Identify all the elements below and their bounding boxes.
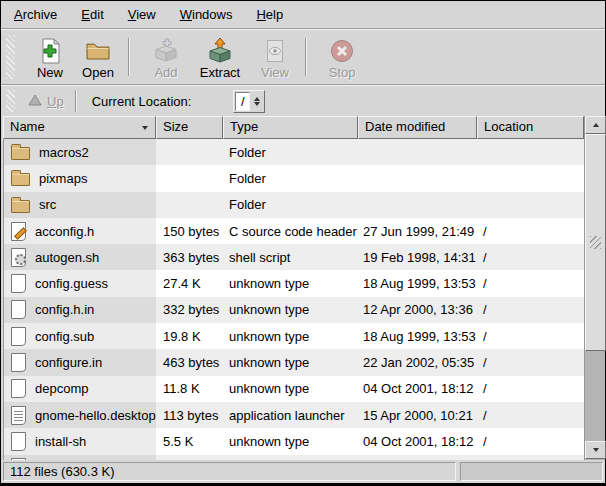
stop-button[interactable]: Stop bbox=[319, 32, 365, 82]
extract-icon bbox=[207, 37, 233, 64]
location-combo[interactable]: / bbox=[233, 90, 265, 113]
cell-type: unknown type bbox=[223, 323, 358, 349]
cell-date-modified: 27 Jun 1999, 21:49 bbox=[358, 218, 477, 244]
menu-archive[interactable]: Archive bbox=[13, 5, 58, 24]
toolbar-drag-handle[interactable] bbox=[6, 35, 15, 79]
table-row[interactable]: acconfig.h 150 bytes C source code heade… bbox=[4, 218, 584, 244]
view-file-icon bbox=[262, 37, 288, 64]
status-bar: 112 files (630.3 K) bbox=[1, 460, 605, 483]
file-table-body: macros2 Folder pixmaps Folder src Folder… bbox=[3, 139, 584, 460]
cell-location: / bbox=[477, 402, 584, 428]
folder-icon bbox=[11, 173, 30, 186]
table-row[interactable]: install-sh 5.5 K unknown type 04 Oct 200… bbox=[4, 428, 584, 454]
toolbar: New Open Add bbox=[1, 30, 605, 84]
menu-view[interactable]: View bbox=[127, 5, 157, 24]
cell-name: configure.in bbox=[4, 349, 156, 375]
cell-size: 11.8 K bbox=[156, 376, 223, 402]
cell-date-modified: 18 Aug 1999, 13:53 bbox=[358, 323, 477, 349]
table-row[interactable]: src Folder bbox=[4, 192, 584, 218]
column-header-type[interactable]: Type bbox=[223, 116, 358, 139]
up-arrow-icon bbox=[28, 94, 42, 109]
cell-name: acconfig.h bbox=[4, 218, 156, 244]
cell-date-modified: 22 Jan 2002, 05:35 bbox=[358, 349, 477, 375]
table-row[interactable]: macros2 Folder bbox=[4, 139, 584, 165]
cell-name: config.guess bbox=[4, 270, 156, 296]
file-icon bbox=[11, 300, 26, 319]
cell-name: install-sh bbox=[4, 428, 156, 454]
toolbar-separator bbox=[305, 38, 307, 76]
cell-type: unknown type bbox=[223, 270, 358, 296]
vertical-scrollbar[interactable] bbox=[584, 116, 605, 460]
locationbar-drag-handle[interactable] bbox=[6, 90, 15, 112]
cell-location: / bbox=[477, 323, 584, 349]
column-header-size[interactable]: Size bbox=[156, 116, 223, 139]
cell-location: / bbox=[477, 218, 584, 244]
file-icon bbox=[11, 432, 26, 451]
open-button[interactable]: Open bbox=[73, 32, 123, 82]
menu-windows[interactable]: Windows bbox=[179, 5, 234, 24]
cell-location: / bbox=[477, 428, 584, 454]
scroll-down-button[interactable] bbox=[585, 441, 606, 459]
sort-indicator-icon bbox=[142, 126, 148, 130]
cell-date-modified: 04 Oct 2001, 18:12 bbox=[358, 376, 477, 402]
add-files-icon bbox=[153, 37, 179, 64]
menu-bar: Archive Edit View Windows Help bbox=[1, 1, 605, 28]
chevron-down-icon bbox=[250, 97, 263, 106]
cell-type: unknown type bbox=[223, 349, 358, 375]
column-header-location[interactable]: Location bbox=[477, 116, 584, 139]
file-icon bbox=[11, 379, 26, 398]
file-icon bbox=[11, 274, 26, 293]
extract-button[interactable]: Extract bbox=[190, 32, 250, 82]
cell-location: / bbox=[477, 297, 584, 323]
cell-date-modified: 18 Aug 1999, 13:53 bbox=[358, 270, 477, 296]
cell-name: depcomp bbox=[4, 376, 156, 402]
menu-help[interactable]: Help bbox=[255, 5, 284, 24]
extract-button-label: Extract bbox=[200, 65, 240, 80]
up-button[interactable]: Up bbox=[22, 92, 70, 111]
stop-button-label: Stop bbox=[329, 65, 356, 80]
cell-location: / bbox=[477, 244, 584, 270]
cell-name: config.h.in bbox=[4, 297, 156, 323]
view-button[interactable]: View bbox=[250, 32, 300, 82]
cell-location bbox=[477, 139, 584, 165]
table-row[interactable]: autogen.sh 363 bytes shell script 19 Feb… bbox=[4, 244, 584, 270]
file-icon bbox=[11, 353, 26, 372]
open-archive-icon bbox=[85, 37, 111, 64]
cell-date-modified: 15 Apr 2000, 10:21 bbox=[358, 402, 477, 428]
column-header-date-modified[interactable]: Date modified bbox=[358, 116, 477, 139]
cell-type: Folder bbox=[223, 139, 358, 165]
add-button[interactable]: Add bbox=[142, 32, 190, 82]
new-button-label: New bbox=[37, 65, 63, 80]
location-combo-value: / bbox=[235, 92, 250, 111]
cell-size: 27.4 K bbox=[156, 270, 223, 296]
table-row[interactable]: config.guess 27.4 K unknown type 18 Aug … bbox=[4, 270, 584, 296]
table-row[interactable]: config.sub 19.8 K unknown type 18 Aug 19… bbox=[4, 323, 584, 349]
cell-name: autogen.sh bbox=[4, 244, 156, 270]
folder-icon bbox=[11, 147, 30, 160]
scroll-up-button[interactable] bbox=[585, 116, 606, 134]
cell-size bbox=[156, 165, 223, 191]
table-row[interactable]: configure.in 463 bytes unknown type 22 J… bbox=[4, 349, 584, 375]
table-row[interactable]: pixmaps Folder bbox=[4, 165, 584, 191]
status-message: 112 files (630.3 K) bbox=[3, 462, 456, 481]
cell-name: gnome-hello.desktop bbox=[4, 402, 156, 428]
new-button[interactable]: New bbox=[27, 32, 73, 82]
scrollbar-thumb[interactable] bbox=[585, 134, 606, 351]
table-header: Name Size Type Date modified Location bbox=[3, 116, 584, 139]
cell-location: / bbox=[477, 376, 584, 402]
cell-location: / bbox=[477, 349, 584, 375]
folder-icon bbox=[11, 200, 30, 213]
cell-type: shell script bbox=[223, 244, 358, 270]
table-row[interactable]: depcomp 11.8 K unknown type 04 Oct 2001,… bbox=[4, 376, 584, 402]
column-header-name[interactable]: Name bbox=[3, 116, 156, 139]
cell-size: 19.8 K bbox=[156, 323, 223, 349]
add-button-label: Add bbox=[154, 65, 177, 80]
location-bar: Up Current Location: / bbox=[1, 86, 605, 116]
table-row[interactable]: gnome-hello.desktop 113 bytes applicatio… bbox=[4, 402, 584, 428]
table-row[interactable]: config.h.in 332 bytes unknown type 12 Ap… bbox=[4, 297, 584, 323]
stop-icon bbox=[329, 37, 355, 64]
menu-edit[interactable]: Edit bbox=[80, 5, 104, 24]
cell-name: src bbox=[4, 192, 156, 218]
cell-type: unknown type bbox=[223, 428, 358, 454]
cell-size: 363 bytes bbox=[156, 244, 223, 270]
